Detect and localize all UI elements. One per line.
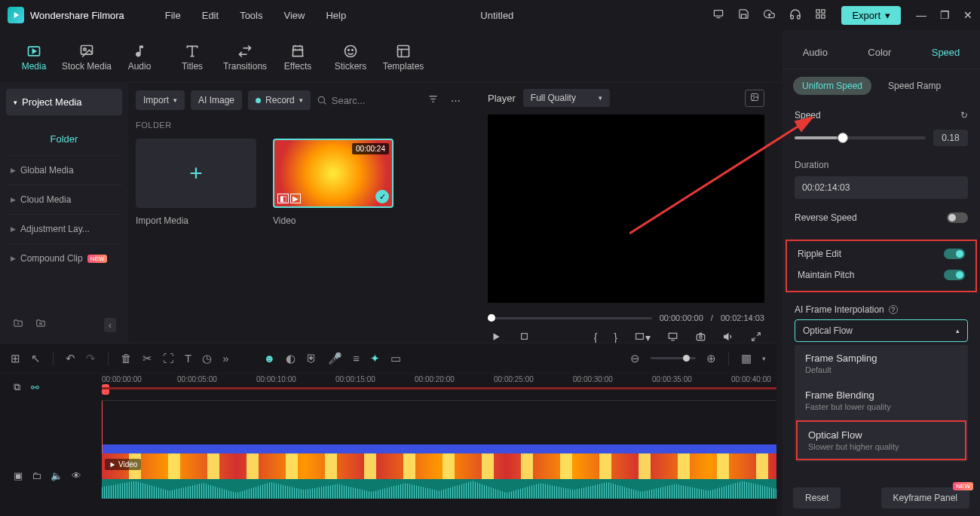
- reverse-speed-toggle[interactable]: [947, 212, 968, 223]
- playhead[interactable]: [102, 384, 109, 395]
- timeline-clip-header[interactable]: [102, 444, 776, 453]
- current-time: 00:00:00:00: [660, 313, 703, 322]
- undo-icon[interactable]: ↶: [66, 352, 75, 365]
- track-visible-icon[interactable]: 👁: [72, 470, 81, 499]
- zoom-in-icon[interactable]: ⊕: [706, 352, 716, 365]
- adjust-icon[interactable]: ≡: [353, 352, 360, 365]
- timeline-tracks[interactable]: Video: [102, 401, 776, 499]
- reset-speed-icon[interactable]: ↻: [960, 110, 968, 121]
- layout-icon[interactable]: ▦: [741, 352, 752, 365]
- menu-edit[interactable]: Edit: [191, 10, 229, 21]
- dropdown-item-frame-sampling[interactable]: Frame Sampling Default: [795, 345, 968, 382]
- sidebar-item-adjustment-layer[interactable]: ▶Adjustment Lay...: [6, 214, 122, 243]
- export-button[interactable]: Export ▾: [841, 6, 901, 25]
- reset-button[interactable]: Reset: [793, 487, 841, 508]
- tl-chevron-icon[interactable]: ▾: [762, 355, 766, 362]
- info-icon[interactable]: ?: [889, 305, 898, 314]
- tl-cursor-icon[interactable]: ↖: [31, 352, 41, 365]
- more-icon[interactable]: ⋯: [448, 95, 464, 106]
- speed-value[interactable]: 0.18: [933, 130, 968, 146]
- track-video-icon[interactable]: ▣: [14, 470, 23, 499]
- minimize-button[interactable]: —: [916, 9, 926, 21]
- cut-icon[interactable]: ✂: [142, 352, 152, 365]
- ai-image-button[interactable]: AI Image: [191, 90, 242, 110]
- props-tab-audio[interactable]: Audio: [797, 44, 834, 61]
- track-mute-icon[interactable]: 🔈: [51, 470, 63, 499]
- color-tool-icon[interactable]: ◐: [286, 352, 296, 365]
- mask-icon[interactable]: ▭: [390, 352, 401, 365]
- tab-templates[interactable]: Templates: [377, 41, 430, 72]
- duplicate-icon[interactable]: ⧉: [14, 381, 20, 393]
- subtab-speed-ramp[interactable]: Speed Ramp: [879, 77, 950, 95]
- marker-icon[interactable]: ✦: [370, 352, 380, 365]
- subtab-uniform-speed[interactable]: Uniform Speed: [793, 77, 871, 95]
- props-tab-speed[interactable]: Speed: [926, 44, 966, 61]
- record-dot-icon: [256, 98, 261, 103]
- dropdown-item-frame-blending[interactable]: Frame Blending Faster but lower quality: [795, 382, 968, 419]
- speed-tool-icon[interactable]: ◷: [202, 352, 212, 365]
- track-folder-icon[interactable]: 🗀: [32, 470, 41, 499]
- props-tab-color[interactable]: Color: [862, 44, 897, 61]
- timeline-ruler[interactable]: 00:00:00:00 00:00:05:00 00:00:10:00 00:0…: [102, 374, 776, 401]
- sidebar-item-compound-clip[interactable]: ▶Compound ClipNEW: [6, 243, 122, 273]
- tab-audio[interactable]: Audio: [113, 41, 166, 72]
- tab-titles[interactable]: Titles: [166, 41, 219, 72]
- shield-icon[interactable]: ⛨: [306, 352, 317, 365]
- video-thumb[interactable]: 00:00:24 ◧▶ ✓: [273, 139, 394, 208]
- record-button[interactable]: Record▾: [248, 90, 311, 110]
- sidebar-item-cloud-media[interactable]: ▶Cloud Media: [6, 185, 122, 214]
- dropdown-item-optical-flow[interactable]: Optical Flow Slower but higher quality: [796, 420, 966, 460]
- ripple-edit-toggle[interactable]: [944, 249, 965, 259]
- timeline-video-clip[interactable]: Video: [102, 453, 776, 479]
- mic-icon[interactable]: 🎤: [328, 352, 342, 365]
- search-input[interactable]: Searc...: [317, 95, 418, 106]
- headset-icon[interactable]: [789, 8, 801, 23]
- svg-rect-29: [522, 334, 528, 340]
- maximize-button[interactable]: ❐: [940, 9, 950, 21]
- zoom-out-icon[interactable]: ⊖: [630, 352, 640, 365]
- filter-icon[interactable]: [424, 93, 442, 107]
- close-button[interactable]: ✕: [963, 9, 972, 21]
- redo-icon[interactable]: ↷: [86, 352, 96, 365]
- picture-icon[interactable]: [745, 90, 764, 107]
- collapse-icon[interactable]: ‹: [104, 318, 116, 332]
- tab-stickers[interactable]: Stickers: [324, 41, 377, 72]
- menu-tools[interactable]: Tools: [229, 10, 273, 21]
- more-tool-icon[interactable]: »: [222, 352, 228, 365]
- cloud-icon[interactable]: [763, 8, 776, 22]
- duration-field[interactable]: 00:02:14:03: [795, 176, 968, 199]
- menu-file[interactable]: File: [155, 10, 191, 21]
- reverse-speed-label: Reverse Speed: [795, 212, 857, 223]
- menu-view[interactable]: View: [273, 10, 315, 21]
- tab-media[interactable]: Media: [8, 41, 60, 72]
- quality-select[interactable]: Full Quality ▾: [523, 89, 610, 107]
- menu-help[interactable]: Help: [315, 10, 357, 21]
- import-media-thumb[interactable]: +: [136, 139, 256, 208]
- keyframe-panel-button[interactable]: Keyframe Panel NEW: [881, 487, 969, 508]
- speed-slider[interactable]: [795, 136, 926, 139]
- preview-screen[interactable]: [488, 114, 764, 303]
- zoom-slider[interactable]: [651, 357, 696, 359]
- tab-effects[interactable]: Effects: [271, 41, 324, 72]
- new-folder-icon[interactable]: [12, 318, 24, 332]
- sidebar-item-global-media[interactable]: ▶Global Media: [6, 155, 122, 185]
- tl-options-icon[interactable]: ⊞: [11, 352, 20, 365]
- ai-face-icon[interactable]: ☻: [264, 352, 276, 365]
- preview-scrubber[interactable]: [488, 317, 652, 319]
- timeline-audio-clip[interactable]: [102, 479, 776, 499]
- interpolation-select[interactable]: Optical Flow ▴: [795, 319, 968, 342]
- import-button[interactable]: Import▾: [136, 90, 185, 110]
- project-media-button[interactable]: ▾ Project Media: [6, 89, 122, 115]
- grid-icon[interactable]: [815, 8, 826, 22]
- delete-icon[interactable]: 🗑: [121, 352, 132, 365]
- crop-icon[interactable]: ⛶: [163, 352, 174, 365]
- folder-tab[interactable]: Folder: [6, 123, 122, 155]
- text-icon[interactable]: T: [185, 352, 191, 365]
- save-icon[interactable]: [738, 8, 749, 22]
- tab-transitions[interactable]: Transitions: [219, 41, 271, 72]
- maintain-pitch-toggle[interactable]: [944, 270, 965, 280]
- screen-icon[interactable]: [712, 8, 724, 22]
- delete-folder-icon[interactable]: [35, 318, 47, 332]
- tab-stock-media[interactable]: Stock Media: [60, 41, 113, 72]
- link-icon[interactable]: ⚯: [31, 382, 39, 393]
